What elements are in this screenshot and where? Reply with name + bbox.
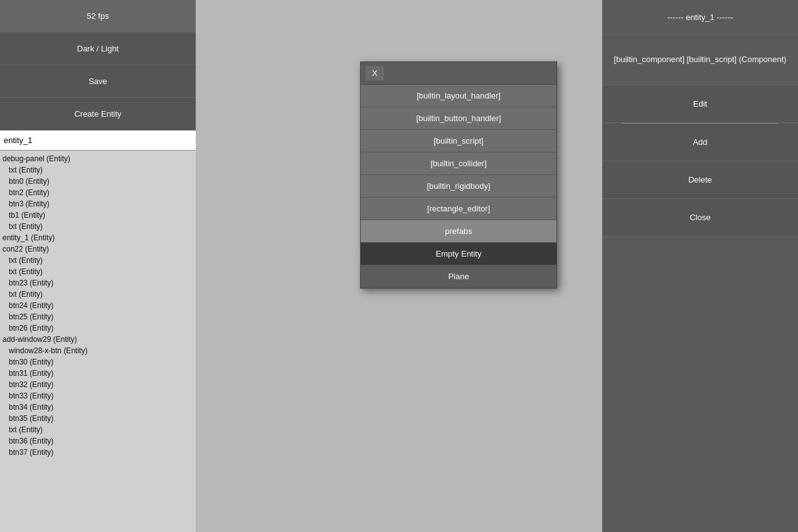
tree-item[interactable]: debug-panel (Entity) — [0, 153, 196, 164]
tree-item[interactable]: txt (Entity) — [0, 289, 196, 300]
modal-item-plane[interactable]: Plane — [361, 265, 556, 288]
tree-item[interactable]: btn30 (Entity) — [0, 356, 196, 368]
save-button[interactable]: Save — [0, 65, 196, 98]
tree-item[interactable]: btn26 (Entity) — [0, 322, 196, 334]
tree-item[interactable]: btn33 (Entity) — [0, 390, 196, 402]
tree-item[interactable]: btn3 (Entity) — [0, 198, 196, 210]
modal-item--builtin-rigidbody-[interactable]: [builtin_rigidbody] — [361, 175, 556, 198]
tree-item[interactable]: txt (Entity) — [0, 164, 196, 176]
tree-item[interactable]: btn23 (Entity) — [0, 277, 196, 289]
modal-items-list: [builtin_layout_handler][builtin_button_… — [361, 85, 556, 288]
entity-name-input[interactable] — [0, 130, 196, 151]
delete-button[interactable]: Delete — [602, 161, 798, 199]
tree-item[interactable]: btn0 (Entity) — [0, 176, 196, 187]
modal-item--builtin-collider-[interactable]: [builtin_collider] — [361, 152, 556, 175]
tree-item[interactable]: con22 (Entity) — [0, 243, 196, 255]
modal-item-empty entity[interactable]: Empty Entity — [361, 243, 556, 265]
tree-item[interactable]: btn34 (Entity) — [0, 402, 196, 413]
component-info: [builtin_component] [builtin_script] (Co… — [602, 35, 798, 85]
modal-item-prefabs[interactable]: prefabs — [361, 220, 556, 243]
right-panel: ------ entity_1 ------ [builtin_componen… — [602, 0, 798, 532]
entity-title: ------ entity_1 ------ — [602, 0, 798, 35]
close-button[interactable]: Close — [602, 199, 798, 237]
tree-item[interactable]: btn24 (Entity) — [0, 300, 196, 311]
create-entity-modal: X [builtin_layout_handler][builtin_butto… — [360, 61, 557, 289]
dark-light-button[interactable]: Dark / Light — [0, 33, 196, 65]
tree-item[interactable]: btn31 (Entity) — [0, 368, 196, 379]
entity-tree: debug-panel (Entity)txt (Entity)btn0 (En… — [0, 151, 196, 532]
tree-item[interactable]: btn37 (Entity) — [0, 447, 196, 458]
fps-display: 52 fps — [0, 0, 196, 33]
tree-item[interactable]: txt (Entity) — [0, 255, 196, 266]
tree-item[interactable]: btn25 (Entity) — [0, 311, 196, 322]
tree-item[interactable]: add-window29 (Entity) — [0, 334, 196, 345]
tree-item[interactable]: tb1 (Entity) — [0, 210, 196, 221]
modal-close-button[interactable]: X — [366, 66, 384, 80]
modal-header: X — [361, 62, 556, 85]
edit-button[interactable]: Edit — [602, 85, 798, 123]
modal-item--builtin-button-handler-[interactable]: [builtin_button_handler] — [361, 107, 556, 130]
modal-item--builtin-layout-handler-[interactable]: [builtin_layout_handler] — [361, 85, 556, 107]
tree-item[interactable]: txt (Entity) — [0, 266, 196, 277]
tree-item[interactable]: txt (Entity) — [0, 424, 196, 435]
tree-item[interactable]: window28-x-btn (Entity) — [0, 345, 196, 356]
tree-item[interactable]: btn35 (Entity) — [0, 413, 196, 424]
center-panel: X [builtin_layout_handler][builtin_butto… — [196, 0, 602, 532]
left-panel: 52 fps Dark / Light Save Create Entity d… — [0, 0, 196, 532]
tree-item[interactable]: btn2 (Entity) — [0, 187, 196, 198]
tree-item[interactable]: btn32 (Entity) — [0, 379, 196, 390]
tree-item[interactable]: txt (Entity) — [0, 221, 196, 232]
modal-item--rectangle-editor-[interactable]: [rectangle_editor] — [361, 198, 556, 220]
modal-item--builtin-script-[interactable]: [builtin_script] — [361, 130, 556, 152]
tree-item[interactable]: entity_1 (Entity) — [0, 232, 196, 243]
tree-item[interactable]: btn36 (Entity) — [0, 435, 196, 447]
add-button[interactable]: Add — [602, 124, 798, 161]
create-entity-button[interactable]: Create Entity — [0, 98, 196, 130]
